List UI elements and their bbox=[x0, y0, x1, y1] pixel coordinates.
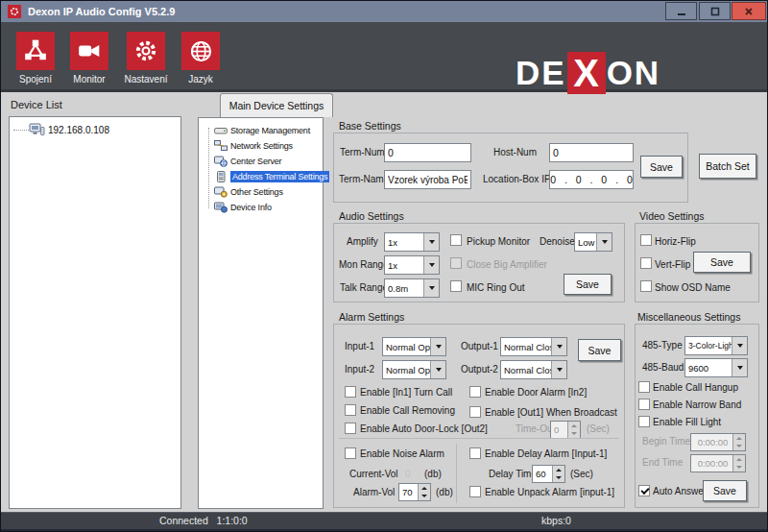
delay-time-spinner[interactable]: 60 bbox=[532, 465, 565, 483]
storage-icon bbox=[214, 125, 228, 136]
tree-item-center-server[interactable]: Center Server bbox=[214, 154, 281, 168]
485-type-combo[interactable]: 3-Color-Light bbox=[684, 336, 748, 355]
input1-combo[interactable]: Normal Open bbox=[382, 337, 446, 356]
toolbar-button-monitor[interactable]: Monitor bbox=[59, 32, 120, 85]
tree-item-network-settings[interactable]: Network Settings bbox=[214, 138, 293, 153]
chevron-down-icon[interactable] bbox=[732, 359, 747, 376]
tree-item-device-info[interactable]: Device Info bbox=[214, 200, 272, 214]
vert-flip-checkbox[interactable] bbox=[640, 257, 652, 269]
chevron-down-icon[interactable] bbox=[430, 338, 445, 355]
close-button[interactable] bbox=[732, 2, 766, 20]
spinner-down[interactable] bbox=[553, 474, 564, 483]
current-vol-value: 0 bbox=[405, 469, 411, 479]
tree-item-storage-management[interactable]: Storage Management bbox=[214, 123, 310, 137]
mic-ring-out-label: MIC Ring Out bbox=[467, 282, 525, 293]
toolbar-button-jazyk[interactable]: Jazyk bbox=[170, 32, 231, 85]
misc-settings-title: Miscellaneous Settings bbox=[637, 311, 740, 323]
mon-range-combo[interactable]: 1x bbox=[384, 255, 440, 275]
logo-text-pre: DE bbox=[516, 52, 566, 94]
enable-auto-door-lock-label: Enable Auto Door-Lock [Out2] bbox=[360, 423, 488, 434]
input2-label: Input-2 bbox=[345, 364, 374, 375]
spinner-down[interactable] bbox=[419, 493, 430, 501]
denoise-combo[interactable]: Low bbox=[574, 232, 612, 252]
enable-auto-door-lock-checkbox[interactable] bbox=[345, 423, 356, 434]
enable-call-removing-checkbox[interactable] bbox=[345, 404, 356, 416]
spinner-up[interactable] bbox=[553, 466, 564, 474]
close-big-amplifier-checkbox bbox=[450, 257, 462, 269]
enable-delay-alarm-label: Enable Delay Alarm [Input-1] bbox=[485, 448, 607, 459]
other-settings-icon bbox=[214, 186, 228, 198]
enable-unpack-alarm-label: Enable Unpack Alarm [input-1] bbox=[485, 487, 614, 497]
485-baud-label: 485-Baud bbox=[642, 362, 684, 373]
denoise-label: Denoise bbox=[540, 236, 575, 247]
video-save-button[interactable]: Save bbox=[693, 252, 751, 273]
device-list-item[interactable]: 192.168.0.108 bbox=[29, 122, 109, 137]
device-list-title: Device List bbox=[11, 99, 62, 110]
output1-combo[interactable]: Normal Close bbox=[500, 337, 567, 356]
tree-item-address-terminal-settings[interactable]: Address Terminal Settings bbox=[214, 169, 329, 183]
status-kbps: kbps:0 bbox=[541, 513, 571, 530]
host-num-input[interactable] bbox=[549, 143, 634, 162]
enable-call-hangup-label: Enable Call Hangup bbox=[653, 382, 738, 393]
end-time-label: End Time bbox=[642, 457, 683, 468]
chevron-down-icon[interactable] bbox=[423, 233, 439, 251]
toolbar-button-nastaveni[interactable]: Nastavení bbox=[115, 32, 177, 85]
enable-delay-alarm-checkbox[interactable] bbox=[469, 447, 481, 459]
tab-main-device-settings[interactable]: Main Device Settings bbox=[220, 93, 333, 117]
chevron-down-icon[interactable] bbox=[430, 361, 445, 378]
toolbar-button-label: Monitor bbox=[73, 74, 105, 85]
pickup-monitor-checkbox[interactable] bbox=[450, 234, 462, 246]
enable-door-alarm-checkbox[interactable] bbox=[469, 386, 481, 398]
term-name-input[interactable] bbox=[384, 170, 471, 189]
enable-noise-alarm-checkbox[interactable] bbox=[345, 447, 356, 459]
server-icon bbox=[214, 156, 228, 167]
misc-save-button[interactable]: Save bbox=[703, 480, 747, 501]
term-num-input[interactable] bbox=[384, 143, 471, 162]
chevron-down-icon[interactable] bbox=[551, 338, 566, 355]
audio-save-button[interactable]: Save bbox=[564, 274, 612, 295]
spinner-up[interactable] bbox=[419, 484, 430, 493]
end-time-spinner: 0:00:00 bbox=[690, 454, 746, 472]
talk-range-combo[interactable]: 0.8m bbox=[384, 278, 440, 298]
logo-text-post: ON bbox=[607, 52, 661, 94]
show-osd-name-checkbox[interactable] bbox=[640, 280, 652, 292]
network-settings-icon bbox=[214, 140, 228, 152]
alarm-vol-unit: (db) bbox=[436, 487, 453, 497]
output2-combo[interactable]: Normal Close bbox=[500, 360, 567, 379]
enable-call-hangup-checkbox[interactable] bbox=[638, 381, 650, 393]
alarm-vol-label: Alarm-Vol bbox=[353, 487, 395, 497]
toolbar-button-spojeni[interactable]: Spojení bbox=[5, 32, 66, 85]
alarm-save-button[interactable]: Save bbox=[578, 339, 621, 361]
input2-combo[interactable]: Normal Open bbox=[382, 360, 446, 379]
chevron-down-icon[interactable] bbox=[551, 361, 566, 378]
batch-set-button[interactable]: Batch Set bbox=[699, 154, 756, 179]
chevron-down-icon[interactable] bbox=[732, 337, 747, 354]
amplify-combo[interactable]: 1x bbox=[384, 232, 440, 252]
horiz-flip-checkbox[interactable] bbox=[640, 234, 652, 246]
485-baud-combo[interactable]: 9600 bbox=[684, 358, 748, 377]
network-icon bbox=[16, 32, 55, 70]
current-vol-label: Current-Vol bbox=[349, 469, 398, 479]
enable-in1-turn-call-checkbox[interactable] bbox=[345, 386, 356, 398]
enable-fill-light-checkbox[interactable] bbox=[638, 416, 650, 427]
spinner-up bbox=[733, 455, 745, 464]
maximize-button[interactable] bbox=[699, 2, 731, 20]
enable-out1-broadcast-checkbox[interactable] bbox=[469, 406, 481, 418]
gear-icon bbox=[127, 32, 165, 70]
enable-narrow-band-checkbox[interactable] bbox=[638, 399, 650, 410]
minimize-button[interactable] bbox=[665, 2, 697, 20]
tree-item-other-settings[interactable]: Other Settings bbox=[214, 184, 283, 199]
chevron-down-icon[interactable] bbox=[423, 279, 439, 297]
alarm-vol-spinner[interactable]: 70 bbox=[398, 483, 431, 501]
mic-ring-out-checkbox[interactable] bbox=[450, 280, 462, 292]
location-box-ip-input[interactable]: 0 . 0 . 0 . 0 bbox=[549, 170, 634, 189]
base-save-button[interactable]: Save bbox=[640, 156, 683, 178]
globe-icon bbox=[181, 32, 220, 70]
enable-unpack-alarm-checkbox[interactable] bbox=[469, 486, 481, 497]
close-big-amplifier-label: Close Big Amplifier bbox=[467, 259, 547, 270]
chevron-down-icon[interactable] bbox=[596, 233, 612, 251]
mon-range-label: Mon Range bbox=[339, 259, 389, 270]
chevron-down-icon[interactable] bbox=[423, 256, 439, 274]
delay-time-unit: (Sec) bbox=[570, 469, 593, 479]
auto-answer-checkbox[interactable] bbox=[638, 485, 650, 496]
